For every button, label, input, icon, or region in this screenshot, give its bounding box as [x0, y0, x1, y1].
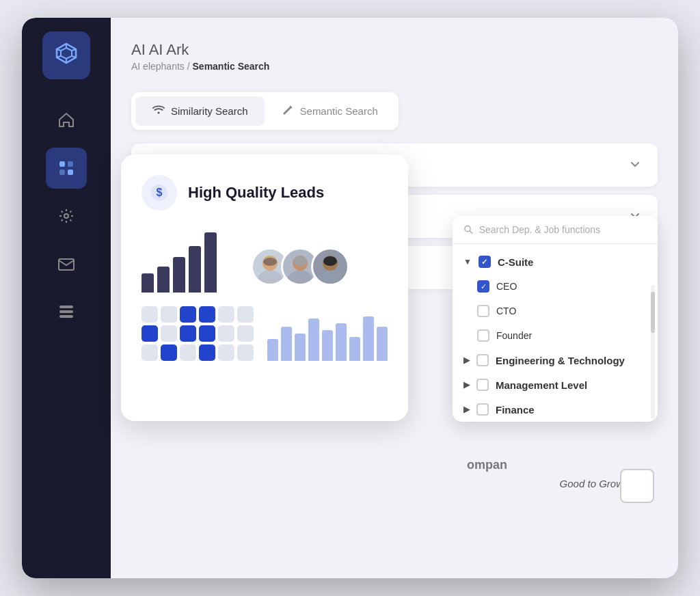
- tab-similarity-search[interactable]: Similarity Search: [135, 96, 265, 126]
- dot-r2c6: [237, 325, 254, 342]
- leads-card-header: $ High Quality Leads: [142, 175, 388, 211]
- dot-r2c1: [142, 325, 158, 342]
- nav-item-list[interactable]: [46, 291, 87, 332]
- dot-r3c1: [142, 344, 158, 361]
- svg-line-35: [470, 231, 472, 234]
- svg-point-28: [286, 270, 314, 284]
- placeholder-checkbox-box: [620, 469, 654, 503]
- svg-point-31: [317, 270, 344, 284]
- dot-r1c2: [161, 306, 177, 323]
- wifi-icon: [152, 103, 165, 119]
- dropdown-item-founder[interactable]: Founder: [453, 323, 658, 348]
- dot-r1c5: [218, 306, 234, 323]
- ceo-checkbox[interactable]: [477, 280, 489, 293]
- good-to-grow-text: Good to Grow: [560, 478, 623, 489]
- scrollbar-thumb[interactable]: [651, 292, 655, 333]
- bar-5: [204, 232, 217, 293]
- dot-r1c3: [180, 306, 196, 323]
- svg-point-33: [323, 256, 337, 266]
- leads-grid-area: [142, 306, 388, 361]
- svg-point-30: [293, 256, 307, 266]
- bar-3: [173, 257, 185, 293]
- chevron-down-icon-company: [629, 158, 641, 173]
- svg-point-17: [158, 112, 160, 114]
- dropdown-item-finance[interactable]: ▶ Finance: [453, 397, 658, 422]
- app-title: AI AI Ark: [131, 38, 269, 59]
- dropdown-item-ceo[interactable]: CEO: [453, 274, 658, 299]
- dot-r3c6: [237, 344, 254, 361]
- dropdown-list: ▼ C-Suite CEO CTO Founder ▶: [453, 244, 658, 422]
- search-input-box[interactable]: [453, 216, 658, 244]
- leads-card-title: High Quality Leads: [188, 184, 324, 202]
- dropdown-item-engineering[interactable]: ▶ Engineering & Technology: [453, 348, 658, 372]
- finance-label: Finance: [496, 404, 535, 416]
- tab-similarity-label: Similarity Search: [171, 105, 248, 117]
- dropdown-panel: ▼ C-Suite CEO CTO Founder ▶: [453, 216, 658, 422]
- sbar-7: [349, 337, 360, 361]
- breadcrumb: AI elephants / Semantic Search: [131, 61, 269, 72]
- dot-r1c4: [199, 306, 215, 323]
- sbar-2: [281, 327, 292, 361]
- founder-label: Founder: [496, 330, 532, 341]
- svg-rect-11: [68, 170, 73, 175]
- dot-r2c2: [161, 325, 177, 342]
- bar-2: [157, 267, 170, 293]
- logo-icon: [54, 41, 79, 70]
- nav-item-mail[interactable]: [46, 243, 87, 284]
- sbar-5: [322, 330, 333, 361]
- dot-grid: [142, 306, 254, 361]
- tab-semantic-search[interactable]: Semantic Search: [265, 96, 394, 126]
- founder-checkbox[interactable]: [477, 329, 489, 342]
- engineering-checkbox[interactable]: [476, 354, 489, 366]
- leads-bar-chart: [142, 224, 217, 293]
- dot-r1c6: [237, 306, 254, 323]
- svg-rect-10: [59, 170, 65, 175]
- dot-r3c5: [218, 344, 234, 361]
- svg-point-27: [263, 258, 277, 266]
- avatar-group: [251, 247, 349, 286]
- bar-1: [142, 273, 154, 293]
- svg-text:$: $: [157, 187, 163, 198]
- finance-expand-arrow: ▶: [463, 405, 470, 414]
- sbar-1: [267, 339, 278, 361]
- leads-card: $ High Quality Leads: [121, 154, 408, 421]
- cto-checkbox[interactable]: [477, 305, 489, 317]
- tab-semantic-label: Semantic Search: [300, 105, 378, 117]
- finance-checkbox[interactable]: [476, 403, 489, 416]
- dot-r2c3: [180, 325, 196, 342]
- management-checkbox[interactable]: [476, 379, 489, 391]
- logo-box: [42, 31, 90, 79]
- search-dep-input[interactable]: [479, 224, 647, 235]
- engineering-expand-arrow: ▶: [463, 355, 470, 365]
- csuite-checkbox[interactable]: [479, 256, 491, 268]
- sbar-8: [363, 316, 374, 361]
- csuite-expand-arrow: ▼: [463, 257, 472, 267]
- svg-rect-9: [68, 161, 73, 167]
- svg-rect-15: [59, 310, 73, 313]
- dropdown-item-management[interactable]: ▶ Management Level: [453, 372, 658, 397]
- dot-r3c2: [161, 344, 177, 361]
- cto-label: CTO: [496, 306, 516, 316]
- small-bar-chart: [267, 306, 388, 361]
- nav-item-home[interactable]: [46, 100, 87, 141]
- leads-content: [142, 224, 388, 293]
- svg-marker-1: [61, 48, 72, 59]
- sbar-4: [308, 319, 319, 361]
- dot-r2c4: [199, 325, 215, 342]
- svg-rect-8: [59, 161, 65, 167]
- header: AI AI Ark AI elephants / Semantic Search: [131, 38, 658, 72]
- company-partial-text: ompan: [467, 458, 507, 472]
- dropdown-item-cto[interactable]: CTO: [453, 299, 658, 323]
- svg-point-12: [64, 214, 68, 218]
- management-expand-arrow: ▶: [463, 380, 470, 390]
- dot-r1c1: [142, 306, 158, 323]
- dropdown-item-csuite[interactable]: ▼ C-Suite: [453, 249, 658, 274]
- engineering-label: Engineering & Technology: [496, 355, 625, 366]
- csuite-label: C-Suite: [498, 256, 534, 268]
- sbar-3: [295, 334, 306, 361]
- nav-item-search[interactable]: [46, 148, 87, 189]
- nav-item-settings[interactable]: [46, 195, 87, 236]
- pen-icon: [281, 103, 295, 119]
- dropdown-search-icon: [463, 224, 474, 235]
- leads-dollar-icon: $: [142, 175, 177, 211]
